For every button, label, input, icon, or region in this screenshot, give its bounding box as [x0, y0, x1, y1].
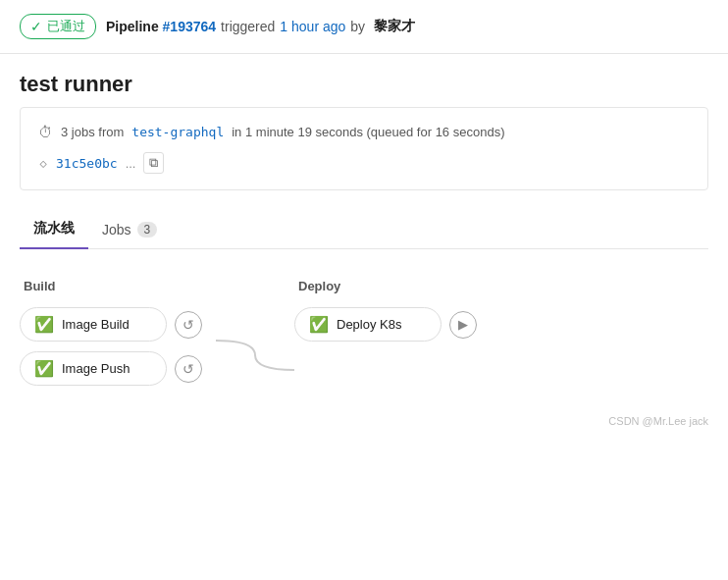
branch-link[interactable]: test-graphql	[131, 125, 224, 139]
build-stage-label: Build	[20, 279, 56, 293]
retry-icon: ↺	[182, 317, 194, 333]
status-badge: ✓ 已通过	[20, 14, 96, 39]
time-ago[interactable]: 1 hour ago	[280, 19, 345, 34]
image-build-label: Image Build	[62, 317, 130, 332]
copy-commit-button[interactable]: ⧉	[143, 152, 164, 174]
deploy-job-list: ✅ Deploy K8s ▶	[294, 307, 477, 342]
watermark: CSDN @Mr.Lee jack	[0, 405, 728, 437]
deploy-k8s-label: Deploy K8s	[337, 317, 401, 332]
list-item: ✅ Deploy K8s ▶	[294, 307, 477, 342]
build-job-list: ✅ Image Build ↺ ✅ Image Push ↺	[20, 307, 202, 386]
clock-icon: ⏱	[38, 124, 53, 140]
username[interactable]: 黎家才	[374, 18, 415, 35]
image-push-check-icon: ✅	[34, 359, 54, 378]
pipeline-info: Pipeline #193764 triggered 1 hour ago by…	[106, 18, 415, 35]
pipeline-number[interactable]: #193764	[163, 19, 217, 34]
tab-pipeline-label: 流水线	[33, 220, 75, 237]
list-item: ✅ Image Push ↺	[20, 351, 202, 386]
commit-hash[interactable]: 31c5e0bc	[56, 156, 118, 171]
image-build-pill: ✅ Image Build	[20, 307, 167, 342]
deploy-k8s-pill: ✅ Deploy K8s	[294, 307, 442, 342]
tabs-nav: 流水线 Jobs 3	[20, 210, 708, 249]
tab-jobs-label: Jobs	[102, 222, 131, 237]
image-push-pill: ✅ Image Push	[20, 351, 167, 386]
image-build-check-icon: ✅	[34, 315, 54, 334]
stages-wrapper: Build ✅ Image Build ↺ ✅ Image Pus	[20, 279, 708, 386]
image-push-label: Image Push	[62, 361, 130, 376]
tab-jobs[interactable]: Jobs 3	[88, 212, 171, 247]
check-circle-icon: ✓	[30, 19, 42, 34]
build-stage: Build ✅ Image Build ↺ ✅ Image Pus	[20, 279, 216, 386]
jobs-badge: 3	[137, 222, 158, 237]
deploy-stage-label: Deploy	[294, 279, 340, 293]
page-title: test runner	[0, 54, 728, 107]
commit-icon: ⬦	[38, 153, 48, 173]
jobs-count-text: 3 jobs from	[61, 125, 124, 139]
commit-dots: ...	[126, 156, 136, 171]
deploy-stage: Deploy ✅ Deploy K8s ▶	[294, 279, 491, 342]
retry-icon: ↺	[182, 361, 194, 377]
by-text: by	[350, 19, 365, 34]
duration-text: in 1 minute 19 seconds (queued for 16 se…	[232, 125, 504, 139]
pipeline-label-text: Pipeline	[106, 19, 159, 34]
jobs-info-row: ⏱ 3 jobs from test-graphql in 1 minute 1…	[38, 124, 690, 140]
play-icon: ▶	[458, 317, 468, 332]
status-text: 已通过	[47, 18, 85, 35]
pipeline-label: Pipeline #193764	[106, 19, 216, 34]
list-item: ✅ Image Build ↺	[20, 307, 202, 342]
commit-row: ⬦ 31c5e0bc ... ⧉	[38, 152, 690, 174]
pipeline-header: ✓ 已通过 Pipeline #193764 triggered 1 hour …	[0, 0, 728, 54]
connector-svg	[216, 326, 294, 385]
deploy-k8s-check-icon: ✅	[309, 315, 329, 334]
triggered-text: triggered	[221, 19, 275, 34]
image-build-retry-button[interactable]: ↺	[175, 311, 202, 339]
connector	[216, 326, 294, 385]
tab-pipeline[interactable]: 流水线	[20, 210, 88, 249]
info-box: ⏱ 3 jobs from test-graphql in 1 minute 1…	[20, 107, 708, 190]
deploy-k8s-play-button[interactable]: ▶	[449, 311, 477, 339]
tabs-area: 流水线 Jobs 3	[0, 190, 728, 249]
copy-icon: ⧉	[149, 155, 158, 171]
watermark-text: CSDN @Mr.Lee jack	[608, 415, 708, 427]
image-push-retry-button[interactable]: ↺	[175, 355, 202, 383]
pipeline-graph: Build ✅ Image Build ↺ ✅ Image Pus	[0, 249, 728, 405]
